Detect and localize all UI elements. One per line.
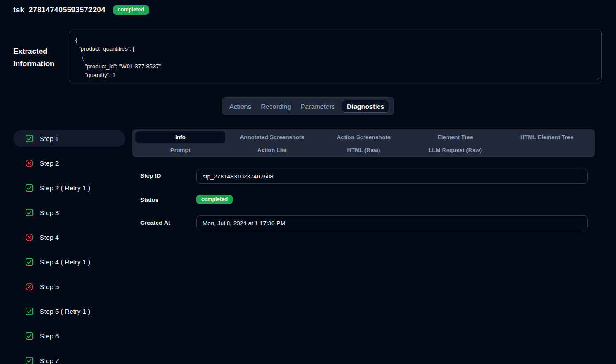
step-item-step-2-retry-1[interactable]: Step 2 ( Retry 1 ) [13, 180, 125, 196]
step-label: Step 5 [40, 283, 59, 290]
step-label: Step 1 [40, 135, 59, 142]
step-label: Step 7 [40, 357, 59, 364]
step-id-label: Step ID [140, 172, 161, 179]
step-status-badge: completed [196, 195, 233, 204]
extracted-information-label: Extracted Information [13, 45, 65, 70]
subtab-info[interactable]: Info [135, 131, 225, 143]
error-circle-icon [25, 233, 34, 241]
subtab-action-list[interactable]: Action List [227, 144, 317, 156]
tab-recording[interactable]: Recording [258, 100, 293, 113]
check-square-icon [25, 307, 34, 316]
step-label: Step 6 [40, 332, 59, 340]
check-square-icon [25, 208, 34, 217]
step-label: Step 4 [40, 234, 59, 241]
subtab-action-screenshots[interactable]: Action Screenshots [319, 131, 409, 143]
steps-list: Step 1Step 2Step 2 ( Retry 1 )Step 3Step… [13, 130, 125, 364]
tab-actions[interactable]: Actions [227, 100, 254, 113]
check-square-icon [25, 357, 34, 364]
step-label: Step 2 [40, 160, 59, 167]
error-circle-icon [25, 282, 34, 291]
step-item-step-7[interactable]: Step 7 [13, 353, 125, 364]
subtab-prompt[interactable]: Prompt [135, 144, 225, 156]
created-at-label: Created At [140, 219, 170, 226]
step-label: Step 3 [40, 209, 59, 216]
step-item-step-5-retry-1[interactable]: Step 5 ( Retry 1 ) [13, 303, 125, 319]
subtab-annotated-screenshots[interactable]: Annotated Screenshots [227, 131, 317, 143]
step-item-step-4[interactable]: Step 4 [13, 229, 125, 245]
subtab-html-raw[interactable]: HTML (Raw) [319, 144, 409, 156]
check-square-icon [25, 134, 34, 143]
step-item-step-6[interactable]: Step 6 [13, 328, 125, 344]
step-item-step-2[interactable]: Step 2 [13, 155, 125, 171]
diagnostics-subtab-bar: InfoAnnotated ScreenshotsAction Screensh… [132, 129, 595, 157]
tab-diagnostics[interactable]: Diagnostics [342, 100, 389, 113]
task-id-title: tsk_278147405593572204 [13, 6, 105, 15]
step-label: Step 5 ( Retry 1 ) [40, 308, 90, 315]
step-label: Step 2 ( Retry 1 ) [40, 184, 90, 192]
step-item-step-1[interactable]: Step 1 [13, 130, 125, 147]
extracted-information-textarea[interactable]: { "product_quantities": [ { "product_id"… [69, 31, 602, 82]
subtab-element-tree[interactable]: Element Tree [410, 131, 500, 143]
created-at-value[interactable]: Mon, Jul 8, 2024 at 1:17:30 PM [196, 215, 588, 230]
subtab-html-element-tree[interactable]: HTML Element Tree [502, 131, 592, 143]
status-label: Status [140, 197, 158, 203]
step-item-step-5[interactable]: Step 5 [13, 279, 125, 295]
error-circle-icon [25, 159, 34, 167]
step-item-step-4-retry-1[interactable]: Step 4 ( Retry 1 ) [13, 254, 125, 270]
tab-parameters[interactable]: Parameters [298, 100, 338, 113]
step-label: Step 4 ( Retry 1 ) [40, 258, 90, 266]
step-id-value[interactable]: stp_278148310237407608 [196, 169, 588, 184]
check-square-icon [25, 258, 34, 266]
subtab-llm-request-raw[interactable]: LLM Request (Raw) [410, 144, 500, 156]
check-square-icon [25, 332, 34, 340]
task-diagnostics-page: tsk_278147405593572204 completed Extract… [0, 0, 616, 364]
step-item-step-3[interactable]: Step 3 [13, 204, 125, 221]
header: tsk_278147405593572204 completed [13, 5, 149, 15]
check-square-icon [25, 184, 34, 192]
task-status-badge: completed [113, 5, 149, 15]
main-tab-bar: ActionsRecordingParametersDiagnostics [222, 97, 394, 115]
